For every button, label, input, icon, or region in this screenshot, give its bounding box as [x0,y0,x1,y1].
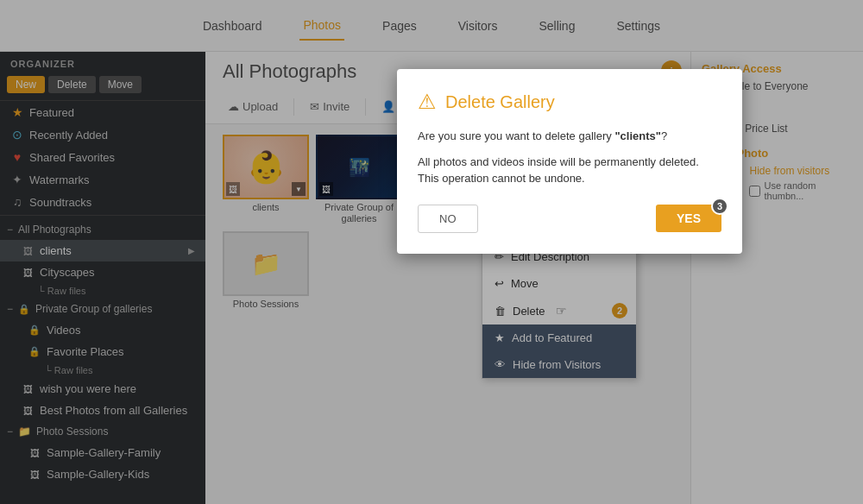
gallery-name: "clients" [614,129,661,142]
dialog-actions: NO YES 3 [418,205,721,233]
dialog-no-button[interactable]: NO [418,205,478,233]
dialog-body: Are you sure you want to delete gallery … [418,128,721,187]
dialog-title-bar: ⚠ Delete Gallery [418,90,721,114]
dialog-title-text: Delete Gallery [445,92,555,112]
delete-gallery-dialog: ⚠ Delete Gallery Are you sure you want t… [397,69,742,254]
dialog-yes-badge: 3 [711,198,728,215]
dialog-yes-button[interactable]: YES 3 [656,205,721,232]
warning-icon: ⚠ [418,90,437,114]
